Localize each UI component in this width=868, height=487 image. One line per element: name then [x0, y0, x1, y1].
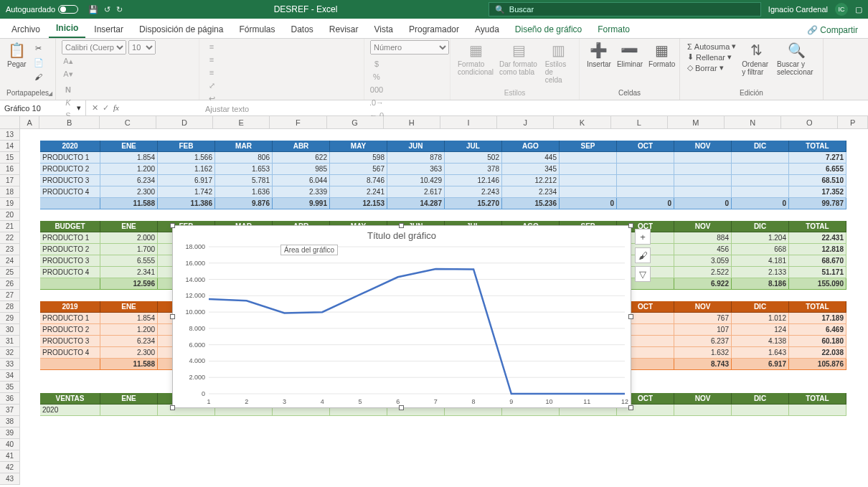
cell-styles-button[interactable]: ▥Estilos de celda [544, 40, 573, 85]
cell[interactable]: 6.234 [100, 336, 158, 347]
cell[interactable]: 8.186 [732, 278, 789, 290]
row-header-15[interactable]: 15 [0, 152, 19, 164]
cell[interactable] [674, 152, 732, 164]
cell[interactable]: 15.270 [445, 198, 502, 209]
inc-decimal-icon[interactable]: .0→ [370, 96, 383, 109]
cell[interactable]: 502 [445, 152, 502, 164]
col-header-O[interactable]: O [781, 116, 838, 128]
row-header-25[interactable]: 25 [0, 267, 19, 278]
comma-icon[interactable]: 000 [370, 83, 383, 96]
align-middle-icon[interactable]: ≡ [205, 53, 218, 66]
cell[interactable] [617, 152, 674, 164]
cell[interactable]: 2.000 [100, 232, 158, 244]
cell[interactable]: 7.271 [789, 152, 846, 164]
cell[interactable]: 567 [330, 164, 387, 175]
col-header-N[interactable]: N [725, 116, 781, 128]
cell[interactable]: 107 [674, 324, 732, 336]
cell[interactable]: 1.643 [732, 347, 789, 359]
cell[interactable]: 2.241 [330, 186, 387, 198]
cell[interactable]: 17.352 [789, 186, 846, 198]
cell[interactable]: PRODUCTO 2 [40, 244, 100, 255]
currency-icon[interactable]: $ [370, 57, 383, 70]
cell[interactable]: 668 [732, 244, 789, 255]
decrease-font-icon[interactable]: A▾ [62, 67, 75, 80]
cell[interactable]: OCT [617, 141, 674, 152]
cell[interactable]: 4.138 [732, 336, 789, 347]
cell[interactable]: VENTAS [40, 393, 100, 405]
cell[interactable]: 11.588 [100, 198, 158, 209]
cell[interactable]: 10.429 [387, 175, 445, 186]
cell[interactable]: NOV [674, 221, 732, 232]
cell[interactable]: 2.522 [674, 267, 732, 278]
cell[interactable]: DIC [732, 141, 789, 152]
cell[interactable]: 6.469 [789, 324, 846, 336]
tab-insertar[interactable]: Insertar [87, 21, 131, 38]
row-header-23[interactable]: 23 [0, 244, 19, 255]
cell[interactable]: 2.341 [100, 267, 158, 278]
tab-fórmulas[interactable]: Fórmulas [232, 21, 282, 38]
cell[interactable] [789, 405, 846, 416]
row-header-42[interactable]: 42 [0, 462, 19, 473]
cell[interactable]: 1.566 [158, 152, 215, 164]
paste-button[interactable]: 📋 Pegar [6, 40, 28, 70]
cell[interactable]: PRODUCTO 3 [40, 175, 100, 186]
tab-formato[interactable]: Formato [590, 21, 637, 38]
tab-programador[interactable]: Programador [402, 21, 466, 38]
row-header-40[interactable]: 40 [0, 439, 19, 450]
row-header-35[interactable]: 35 [0, 382, 19, 393]
align-bottom-icon[interactable]: ≡ [205, 66, 218, 79]
cell[interactable]: 1.700 [100, 244, 158, 255]
cell[interactable]: 345 [502, 164, 560, 175]
chart-plot-area[interactable]: 02.0004.0006.0008.00010.00012.00014.0001… [173, 242, 632, 408]
clear-button[interactable]: ◇ Borrar ▾ [687, 63, 736, 72]
row-header-18[interactable]: 18 [0, 186, 19, 198]
cell[interactable]: 68.670 [789, 255, 846, 267]
cell[interactable]: PRODUCTO 4 [40, 267, 100, 278]
row-header-17[interactable]: 17 [0, 175, 19, 186]
col-header-K[interactable]: K [554, 116, 610, 128]
cell[interactable]: 11.588 [100, 359, 158, 370]
cell[interactable] [732, 164, 789, 175]
tab-archivo[interactable]: Archivo [4, 21, 47, 38]
cell[interactable]: 8.743 [674, 359, 732, 370]
col-header-F[interactable]: F [270, 116, 326, 128]
cell[interactable]: 6.917 [732, 359, 789, 370]
cell[interactable]: MAR [215, 141, 273, 152]
cell[interactable]: 884 [674, 232, 732, 244]
cell[interactable]: 456 [674, 244, 732, 255]
tab-datos[interactable]: Datos [283, 21, 320, 38]
align-top-icon[interactable]: ≡ [205, 40, 218, 53]
cell[interactable]: NOV [674, 393, 732, 405]
italic-button[interactable]: K [62, 96, 75, 109]
row-header-37[interactable]: 37 [0, 405, 19, 416]
cell[interactable]: BUDGET [40, 221, 100, 232]
tab-vista[interactable]: Vista [367, 21, 400, 38]
cell[interactable]: PRODUCTO 2 [40, 324, 100, 336]
cell[interactable]: 2.339 [273, 186, 330, 198]
cell[interactable] [40, 359, 100, 370]
cell[interactable]: 2.133 [732, 267, 789, 278]
cell[interactable]: 2.243 [445, 186, 502, 198]
col-header-H[interactable]: H [384, 116, 440, 128]
percent-icon[interactable]: % [370, 70, 383, 83]
avatar[interactable]: IC [835, 3, 848, 16]
cell[interactable] [40, 198, 100, 209]
insert-cells-button[interactable]: ➕Insertar [585, 40, 613, 70]
autosum-button[interactable]: Σ Autosuma ▾ [687, 42, 736, 51]
cell[interactable]: 622 [273, 152, 330, 164]
cell[interactable]: 8.746 [330, 175, 387, 186]
tab-revisar[interactable]: Revisar [322, 21, 366, 38]
cell[interactable]: 2.300 [100, 347, 158, 359]
cell[interactable]: 5.781 [215, 175, 273, 186]
cell[interactable]: 14.287 [387, 198, 445, 209]
format-cells-button[interactable]: ▦Formato [647, 40, 676, 70]
cell[interactable] [674, 405, 732, 416]
conditional-format-button[interactable]: ▦Formato condicional [456, 40, 495, 77]
resize-handle-nw[interactable] [170, 223, 175, 228]
cell[interactable]: 105.876 [789, 359, 846, 370]
cell[interactable]: 155.090 [789, 278, 846, 290]
cell[interactable]: 99.787 [789, 198, 846, 209]
cell[interactable]: 1.854 [100, 313, 158, 324]
cell[interactable]: 2.617 [387, 186, 445, 198]
cell[interactable]: 12.153 [330, 198, 387, 209]
